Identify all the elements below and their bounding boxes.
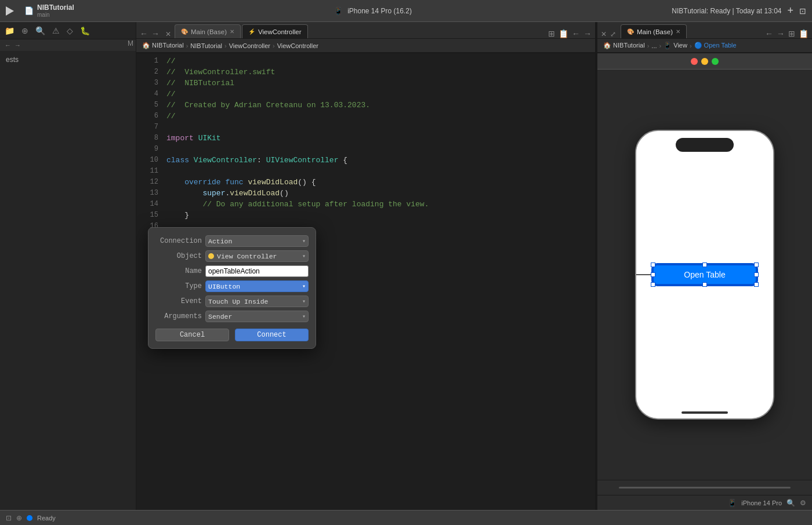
preview-device-icon[interactable]: 📱 bbox=[728, 499, 737, 507]
preview-inspector[interactable]: 📋 bbox=[799, 29, 809, 38]
conn-row-object: Object View Controller ▾ bbox=[148, 249, 316, 264]
bc-sep-1: › bbox=[186, 42, 188, 49]
code-line-4: 4 // bbox=[136, 89, 595, 100]
conn-input-name[interactable] bbox=[205, 265, 309, 277]
breadcrumb-nibtutorial-1[interactable]: 🏠 NIBTutorial bbox=[142, 42, 184, 49]
grid-icon[interactable]: ⊞ bbox=[548, 29, 555, 38]
conn-row-type: Type UIButton ▾ bbox=[148, 279, 316, 294]
git-icon[interactable]: ⊕ bbox=[21, 26, 28, 35]
find-icon[interactable]: 🔍 bbox=[35, 26, 45, 35]
split-nav-right[interactable]: → bbox=[583, 29, 592, 38]
conn-arrow-connection: ▾ bbox=[302, 238, 306, 245]
phone-screen: Open Table bbox=[636, 131, 773, 418]
code-line-15: 15 } bbox=[136, 210, 595, 221]
right-tab-bar: ✕ ⤢ 🎨 Main (Base) ✕ ← → ⊞ 📋 bbox=[597, 22, 812, 38]
breadcrumb-vc2[interactable]: ViewController bbox=[277, 42, 318, 49]
bc-r-nibtut[interactable]: 🏠 NIBTutorial bbox=[603, 42, 645, 49]
connection-panel: Connection Action ▾ Object bbox=[148, 227, 316, 349]
left-sidebar: 📁 ⊕ 🔍 ⚠ ◇ 🐛 ← → ests M bbox=[0, 22, 136, 510]
conn-dropdown-type[interactable]: UIButton ▾ bbox=[205, 280, 309, 292]
tab-main-base[interactable]: 🎨 Main (Base) ✕ bbox=[175, 24, 241, 38]
bc-r-opentable[interactable]: 🔵 Open Table bbox=[694, 42, 737, 49]
handle-tm bbox=[702, 262, 707, 267]
handle-tl bbox=[651, 262, 655, 267]
inspector-icon[interactable]: 📋 bbox=[559, 29, 568, 38]
tab-close-icon[interactable]: ✕ bbox=[165, 30, 171, 38]
conn-select-event[interactable]: Touch Up Inside ▾ bbox=[205, 296, 309, 307]
preview-device-label: iPhone 14 Pro bbox=[741, 500, 782, 506]
tab-view-controller[interactable]: ⚡ ViewController bbox=[242, 24, 308, 38]
traffic-light-green bbox=[712, 58, 719, 65]
add-button[interactable]: + bbox=[787, 5, 793, 17]
preview-controls-bar: 📱 iPhone 14 Pro 🔍 ⚙ bbox=[597, 495, 812, 510]
tab-icon-right: 🎨 bbox=[627, 28, 634, 35]
preview-bottom-bar bbox=[597, 480, 812, 495]
bottom-icon-2[interactable]: ⊕ bbox=[16, 514, 22, 522]
code-line-10: 10 class ViewController: UIViewControlle… bbox=[136, 155, 595, 166]
play-button[interactable] bbox=[6, 6, 14, 16]
preview-zoom-icon[interactable]: 🔍 bbox=[786, 499, 795, 507]
conn-dropdown-connection[interactable]: Action ▾ bbox=[205, 235, 309, 247]
tab-close-main[interactable]: ✕ bbox=[230, 28, 234, 35]
conn-select-type[interactable]: UIButton ▾ bbox=[205, 280, 309, 292]
phone-home-bar bbox=[682, 411, 728, 414]
project-subtitle: main bbox=[37, 12, 74, 18]
phone-notch bbox=[676, 138, 734, 152]
conn-row-arguments: Arguments Sender ▾ bbox=[148, 309, 316, 324]
test-icon[interactable]: ◇ bbox=[67, 26, 73, 35]
bc-r-view[interactable]: 📱 View bbox=[664, 42, 687, 49]
object-indicator-dot bbox=[208, 253, 214, 259]
folder-icon[interactable]: 📁 bbox=[5, 26, 14, 35]
code-line-1: 1 // bbox=[136, 56, 595, 67]
conn-dropdown-arguments[interactable]: Sender ▾ bbox=[205, 311, 309, 322]
preview-forward[interactable]: → bbox=[777, 29, 785, 38]
handle-mr bbox=[754, 272, 759, 277]
tab-main-base-right[interactable]: 🎨 Main (Base) ✕ bbox=[621, 24, 687, 38]
bottom-icon-1[interactable]: ⊡ bbox=[6, 514, 12, 522]
conn-select-connection[interactable]: Action ▾ bbox=[205, 235, 309, 247]
phone-device: Open Table bbox=[635, 130, 774, 420]
left-breadcrumb: 🏠 NIBTutorial › NIBTutorial › ViewContro… bbox=[136, 39, 595, 53]
conn-label-event: Event bbox=[155, 297, 202, 305]
split-nav-left[interactable]: ← bbox=[572, 29, 580, 38]
preview-grid[interactable]: ⊞ bbox=[788, 29, 795, 38]
preview-back[interactable]: ← bbox=[765, 29, 773, 38]
tab-nav-forward[interactable]: → bbox=[151, 29, 160, 38]
tab-close-right[interactable]: ✕ bbox=[676, 28, 680, 35]
code-line-7: 7 bbox=[136, 122, 595, 133]
conn-select-object[interactable]: View Controller ▾ bbox=[205, 250, 309, 262]
traffic-light-yellow bbox=[701, 58, 708, 65]
breadcrumb-vc[interactable]: ViewController bbox=[229, 42, 270, 49]
connect-button[interactable]: Connect bbox=[235, 329, 309, 341]
right-tab-close-icon[interactable]: ✕ bbox=[601, 30, 607, 38]
code-line-13: 13 super.viewDidLoad() bbox=[136, 188, 595, 199]
code-line-12: 12 override func viewDidLoad() { bbox=[136, 177, 595, 188]
status-label: NIBTutorial: Ready | Today at 13:04 bbox=[672, 7, 781, 15]
conn-dropdown-object[interactable]: View Controller ▾ bbox=[205, 250, 309, 262]
conn-label-arguments: Arguments bbox=[155, 312, 202, 320]
debug-icon[interactable]: 🐛 bbox=[80, 26, 90, 35]
conn-val-connection: Action bbox=[208, 238, 232, 245]
sidebar-nav-back[interactable]: ← bbox=[5, 42, 11, 49]
project-icon: 📄 bbox=[24, 6, 34, 15]
bc-r-sep3: › bbox=[690, 42, 692, 49]
cancel-button[interactable]: Cancel bbox=[155, 329, 229, 341]
preview-scroll-bar[interactable] bbox=[619, 487, 791, 488]
code-line-8: 8 import UIKit bbox=[136, 133, 595, 144]
tab-nav-back[interactable]: ← bbox=[140, 29, 148, 38]
conn-select-arguments[interactable]: Sender ▾ bbox=[205, 311, 309, 322]
bc-sep-3: › bbox=[273, 42, 275, 49]
right-breadcrumb: 🏠 NIBTutorial › ... › 📱 View › 🔵 Open Ta… bbox=[597, 39, 812, 53]
conn-label-type: Type bbox=[155, 282, 202, 290]
preview-settings-icon[interactable]: ⚙ bbox=[800, 499, 806, 507]
breadcrumb-nibtutorial-2[interactable]: NIBTutorial bbox=[190, 42, 222, 49]
code-line-5: 5 // Created by Adrian Creteanu on 13.03… bbox=[136, 100, 595, 111]
bc-r-dots[interactable]: ... bbox=[651, 42, 657, 49]
right-expand-icon[interactable]: ⤢ bbox=[610, 30, 616, 38]
conn-dropdown-event[interactable]: Touch Up Inside ▾ bbox=[205, 296, 309, 307]
conn-label-name: Name bbox=[155, 267, 202, 275]
layout-icon[interactable]: ⊡ bbox=[799, 6, 806, 16]
sidebar-nav-forward[interactable]: → bbox=[14, 42, 21, 49]
open-table-button[interactable]: Open Table bbox=[652, 264, 757, 285]
warning-icon[interactable]: ⚠ bbox=[52, 26, 60, 35]
